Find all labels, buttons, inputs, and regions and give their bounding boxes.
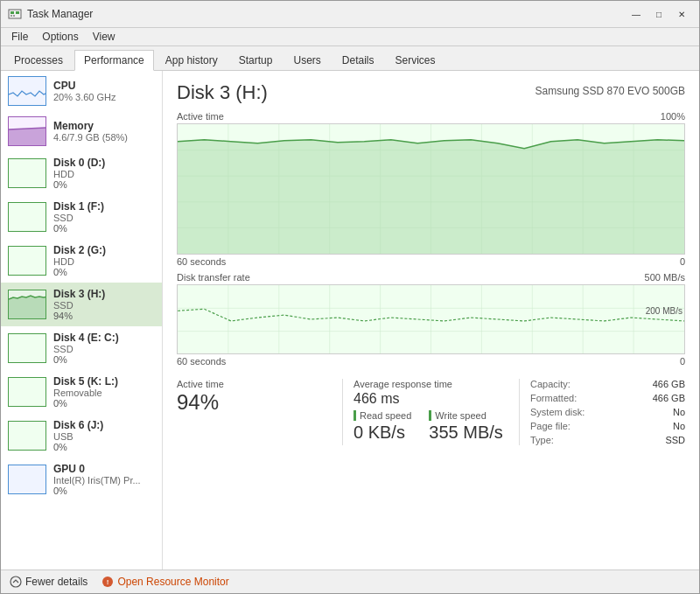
disk5-type: Removable [53,388,118,398]
formatted-row: Formatted: 466 GB [530,393,685,403]
type-label: Type: [530,435,554,445]
transfer-rate-svg [178,285,684,353]
system-disk-row: System disk: No [530,407,685,417]
disk4-mini-graph [8,333,46,363]
disk-details: Capacity: 466 GB Formatted: 466 GB Syste… [530,379,685,445]
active-time-section: Active time 100% [177,111,685,269]
maximize-button[interactable]: □ [648,6,669,22]
disk3-title: Disk 3 (H:) [53,288,105,300]
open-resource-monitor-link[interactable]: ! Open Resource Monitor [102,576,228,588]
type-row: Type: SSD [530,435,685,445]
sidebar-item-memory[interactable]: Memory 4.6/7.9 GB (58%) [1,111,162,151]
type-value: SSD [665,435,685,445]
tab-services[interactable]: Services [386,50,445,70]
menu-view[interactable]: View [86,28,122,45]
tab-users[interactable]: Users [284,50,330,70]
write-speed-stat: Write speed 355 MB/s [429,410,502,443]
system-disk-value: No [673,407,685,417]
sidebar-item-disk5[interactable]: Disk 5 (K: L:) Removable 0% [1,370,162,414]
response-time-stat: Average response time 466 ms Read speed … [354,379,508,445]
sidebar-item-disk2[interactable]: Disk 2 (G:) HDD 0% [1,239,162,283]
disk5-info: Disk 5 (K: L:) Removable 0% [53,375,118,409]
bottom-bar: Fewer details ! Open Resource Monitor [1,570,699,593]
stat-divider-2 [519,379,520,445]
tab-performance[interactable]: Performance [74,50,154,71]
app-icon [8,7,22,21]
sidebar-item-gpu0[interactable]: GPU 0 Intel(R) Iris(TM) Pr... 0% [1,458,162,501]
page-file-label: Page file: [530,421,570,431]
menu-file[interactable]: File [4,28,35,45]
svg-marker-28 [178,140,684,254]
svg-marker-10 [9,296,46,319]
window-controls: — □ ✕ [626,6,692,22]
formatted-value: 466 GB [653,393,685,403]
svg-rect-12 [10,380,46,406]
sidebar-item-cpu[interactable]: CPU 20% 3.60 GHz [1,71,162,111]
disk6-type: USB [53,431,103,442]
transfer-rate-section: Disk transfer rate 500 MB/s 200 MB/s [177,272,685,368]
sidebar-item-disk6[interactable]: Disk 6 (J:) USB 0% [1,414,162,458]
tab-bar: Processes Performance App history Startu… [1,46,699,71]
lower-chart-labels: Disk transfer rate 500 MB/s [177,272,685,283]
response-time-label: Average response time [354,379,508,389]
sidebar-item-disk0[interactable]: Disk 0 (D:) HDD 0% [1,151,162,195]
disk4-pct: 0% [53,354,119,365]
tab-details[interactable]: Details [332,50,384,70]
cpu-info: CPU 20% 3.60 GHz [53,80,116,102]
active-time-stat-label: Active time [177,379,332,389]
sidebar-item-disk3[interactable]: Disk 3 (H:) SSD 94% [1,283,162,326]
gpu0-type: Intel(R) Iris(TM) Pr... [53,475,141,486]
formatted-label: Formatted: [530,393,577,403]
disk-title: Disk 3 (H:) [177,81,268,104]
disk4-title: Disk 4 (E: C:) [53,332,119,344]
monitor-link-label: Open Resource Monitor [117,576,228,588]
close-button[interactable]: ✕ [671,6,692,22]
svg-rect-8 [10,248,46,275]
gpu0-pct: 0% [53,486,141,496]
disk2-type: HDD [53,256,106,267]
memory-sub: 4.6/7.9 GB (58%) [53,132,128,143]
sidebar-item-disk4[interactable]: Disk 4 (E: C:) SSD 0% [1,326,162,370]
active-time-label: Active time [177,111,224,122]
mid-label: 200 MB/s [646,306,682,316]
minimize-button[interactable]: — [626,6,647,22]
fewer-details-label: Fewer details [25,576,88,588]
transfer-rate-chart: 200 MB/s [177,284,685,354]
disk3-mini-graph [8,290,46,319]
system-disk-label: System disk: [530,407,584,417]
disk-details-group: Capacity: 466 GB Formatted: 466 GB Syste… [530,379,685,445]
tab-app-history[interactable]: App history [156,50,228,70]
lower-time-right: 0 [680,356,685,367]
disk0-mini-graph [8,158,46,188]
transfer-rate-label: Disk transfer rate [177,272,250,283]
upper-time-right: 0 [680,256,685,267]
tab-startup[interactable]: Startup [229,50,283,70]
chevron-down-icon [10,576,22,588]
title-text: Task Manager [27,8,93,20]
read-speed-stat: Read speed 0 KB/s [354,410,411,443]
sidebar-item-disk1[interactable]: Disk 1 (F:) SSD 0% [1,195,162,239]
disk1-title: Disk 1 (F:) [53,200,104,213]
active-time-stat-value: 94% [177,391,332,414]
memory-info: Memory 4.6/7.9 GB (58%) [53,120,128,143]
svg-point-40 [10,577,21,587]
disk4-type: SSD [53,344,119,354]
write-speed-label: Write speed [429,410,502,421]
gpu0-mini-graph [8,465,46,494]
lower-chart-time-labels: 60 seconds 0 [177,356,685,367]
title-bar-left: Task Manager [8,7,93,21]
disk3-pct: 94% [53,311,105,321]
disk1-type: SSD [53,213,104,223]
svg-rect-2 [16,11,19,14]
disk2-title: Disk 2 (G:) [53,244,106,256]
svg-marker-5 [9,128,46,146]
read-write-stats: Read speed 0 KB/s Write speed 355 MB/s [354,410,508,443]
svg-rect-6 [10,161,46,187]
svg-rect-3 [10,15,12,17]
menu-options[interactable]: Options [35,28,85,45]
fewer-details-button[interactable]: Fewer details [10,576,88,588]
tab-processes[interactable]: Processes [4,50,73,70]
lower-time-left: 60 seconds [177,356,226,367]
disk1-info: Disk 1 (F:) SSD 0% [53,200,104,234]
upper-chart-labels: Active time 100% [177,111,685,122]
